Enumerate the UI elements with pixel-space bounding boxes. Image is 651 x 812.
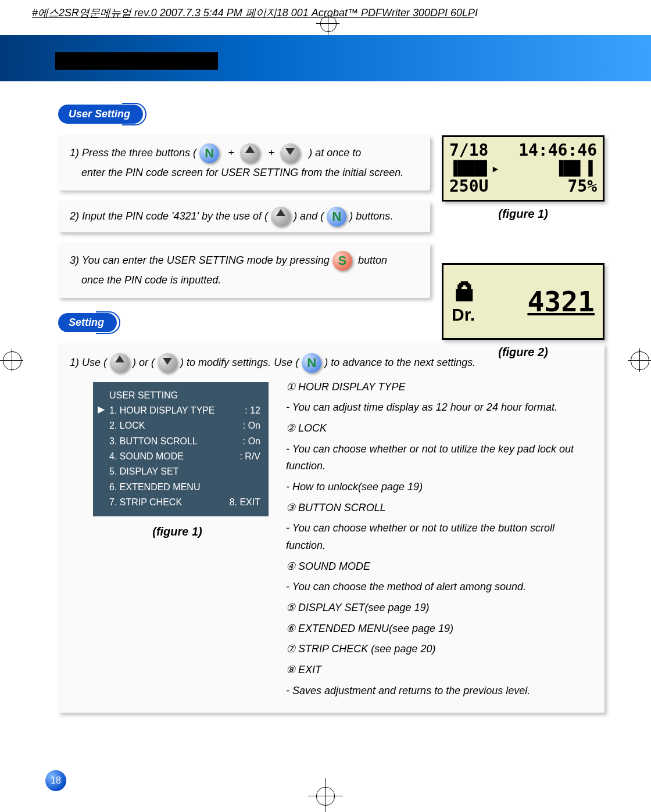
desc-hour-display-title: ① HOUR DISPLAY TYPE	[286, 379, 593, 396]
menu-item-label: 6. EXTENDED MENU	[109, 480, 200, 495]
menu-row: 6. EXTENDED MENU	[109, 480, 260, 495]
desc-button-scroll-title: ③ BUTTON SCROLL	[286, 500, 593, 517]
menu-row: 4. SOUND MODE: R/V	[109, 449, 260, 464]
menu-pointer-icon: ▶	[98, 402, 105, 417]
up-button-icon	[110, 353, 130, 373]
desc-strip-check-title: ⑦ STRIP CHECK (see page 20)	[286, 641, 593, 658]
plus-sign-2: +	[269, 147, 275, 159]
step1-text-post: ) at once to	[309, 147, 361, 159]
figure-1-block: 7/1814:46:46 ▐███▌▸▐██ ▌ 250U75% (figure…	[442, 135, 604, 221]
figure-2-block: 🔒︎ Dr. 4321 (figure 2)	[442, 263, 604, 359]
step2-text-post: ) buttons.	[349, 210, 393, 222]
user-setting-heading-label: User Setting	[69, 108, 130, 120]
plus-sign-1: +	[228, 147, 234, 159]
step3-text-post: button	[358, 254, 387, 266]
menu-row: 5. DISPLAY SET	[109, 464, 260, 479]
menu-item-label: 5. DISPLAY SET	[109, 464, 178, 479]
menu-title: USER SETTING	[109, 388, 260, 403]
step-2-box: 2) Input the PIN code '4321' by the use …	[58, 201, 430, 232]
step2-text-mid: ) and (	[294, 210, 324, 222]
section-title-bar	[55, 52, 218, 70]
crop-registration-bottom	[314, 784, 337, 807]
pill-border-decoration	[122, 103, 146, 125]
desc-lock-title: ② LOCK	[286, 420, 593, 437]
figure-1-caption: (figure 1)	[442, 207, 604, 221]
pill-border-decoration	[96, 311, 120, 334]
battery-icon-2: ▐██ ▌	[555, 160, 597, 177]
menu-item-value: 8. EXIT	[230, 495, 260, 510]
n-button-icon: N	[327, 207, 346, 227]
step2-text-pre: 2) Input the PIN code '4321' by the use …	[70, 210, 268, 222]
desc-extended-menu-title: ⑥ EXTENDED MENU(see page 19)	[286, 620, 593, 638]
desc-lock-body-2: - How to unlock(see page 19)	[286, 479, 593, 496]
menu-row: 2. LOCK: On	[109, 418, 260, 433]
step-1-box: 1) Press the three buttons ( N + + ) at …	[58, 135, 430, 191]
desc-exit-title: ⑧ EXIT	[286, 662, 593, 679]
setting-heading: Setting	[58, 313, 117, 332]
lcd-screen-2: 🔒︎ Dr. 4321	[442, 263, 604, 340]
step-3-box: 3) You can enter the USER SETTING mode b…	[58, 243, 430, 298]
up-button-icon	[240, 143, 260, 163]
lcd1-pct: 75%	[567, 177, 597, 196]
step1-text-pre: 1) Press the three buttons (	[70, 147, 196, 159]
desc-button-scroll-body: - You can choose whether or not to utili…	[286, 520, 593, 554]
menu-item-label: 1. HOUR DISPLAY TYPE	[109, 403, 214, 418]
setting-intro-pre: 1) Use (	[70, 356, 107, 368]
page-number-badge: 18	[45, 770, 66, 791]
n-button-icon: N	[302, 353, 321, 373]
step1-line2: enter the PIN code screen for USER SETTI…	[81, 167, 403, 178]
lcd1-date: 7/18	[449, 141, 488, 160]
down-button-icon	[280, 143, 300, 163]
settings-descriptions: ① HOUR DISPLAY TYPE - You can adjust tim…	[286, 373, 593, 703]
setting-intro-mid2: ) to modify settings. Use (	[180, 356, 299, 368]
user-setting-menu: ▶ USER SETTING 1. HOUR DISPLAY TYPE: 12 …	[93, 382, 269, 516]
desc-sound-mode-title: ④ SOUND MODE	[286, 558, 593, 576]
n-button-icon: N	[199, 143, 219, 163]
menu-row: 3. BUTTON SCROLL: On	[109, 434, 260, 449]
desc-hour-display-body: - You can adjust time display as 12 hour…	[286, 399, 593, 416]
menu-item-label: 4. SOUND MODE	[109, 449, 184, 464]
lcd1-time: 14:46:46	[518, 141, 597, 160]
desc-lock-body-1: - You can choose whether or not to utili…	[286, 441, 593, 475]
desc-display-set-title: ⑤ DISPLAY SET(see page 19)	[286, 599, 593, 617]
desc-sound-mode-body: - You can choose the method of alert amo…	[286, 579, 593, 596]
setting-intro-mid1: ) or (	[133, 356, 155, 368]
lcd2-dr-label: Dr.	[452, 305, 477, 324]
lcd1-units: 250U	[449, 177, 488, 196]
lcd-screen-1: 7/1814:46:46 ▐███▌▸▐██ ▌ 250U75%	[442, 135, 604, 202]
setting-panel: 1) Use ( ) or ( ) to modify settings. Us…	[58, 344, 604, 713]
lcd2-pin: 4321	[527, 286, 595, 317]
crop-registration-top	[316, 12, 339, 35]
menu-item-label: 7. STRIP CHECK	[109, 495, 182, 510]
step3-text-pre: 3) You can enter the USER SETTING mode b…	[70, 254, 330, 266]
up-button-icon	[271, 207, 291, 227]
menu-figure-caption: (figure 1)	[93, 522, 262, 541]
menu-row: 1. HOUR DISPLAY TYPE: 12	[109, 403, 260, 418]
crop-registration-left	[0, 348, 23, 372]
figure-2-caption: (figure 2)	[442, 346, 604, 359]
desc-exit-body: - Saves adjustment and returns to the pr…	[286, 682, 593, 700]
menu-item-value: : 12	[245, 403, 260, 418]
menu-item-value: : On	[243, 434, 260, 449]
battery-icon: ▐███▌▸	[449, 160, 500, 177]
menu-item-label: 2. LOCK	[109, 418, 145, 433]
menu-item-label: 3. BUTTON SCROLL	[109, 434, 198, 449]
user-setting-heading: User Setting	[58, 105, 143, 124]
lock-icon: 🔒︎	[452, 279, 477, 305]
menu-item-value: : On	[243, 418, 260, 433]
crop-registration-right	[628, 348, 651, 372]
header-crop-line	[32, 17, 474, 18]
menu-item-value: : R/V	[239, 449, 260, 464]
s-button-icon: S	[332, 251, 352, 271]
down-button-icon	[158, 353, 177, 373]
step3-line2: once the PIN code is inputted.	[81, 274, 221, 286]
menu-row: 7. STRIP CHECK8. EXIT	[109, 495, 260, 510]
